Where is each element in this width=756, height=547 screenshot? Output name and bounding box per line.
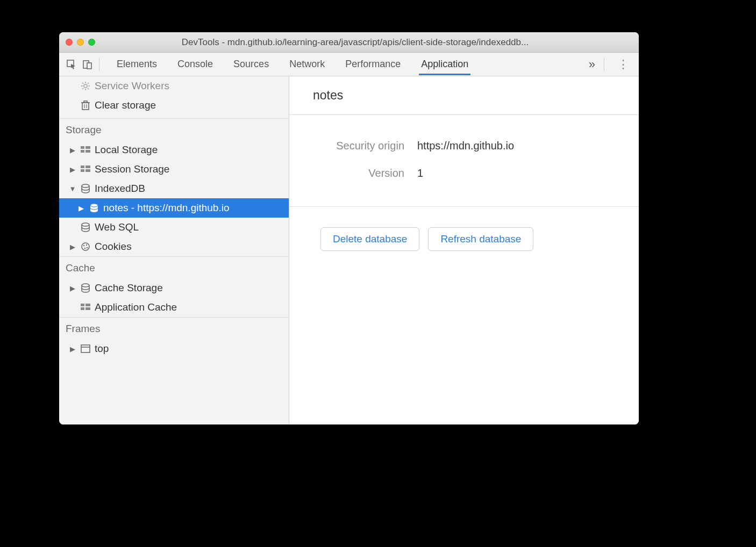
sidebar-item-cookies[interactable]: ▶ Cookies	[59, 237, 289, 256]
sidebar-item-web-sql[interactable]: ▶ Web SQL	[59, 218, 289, 237]
trash-icon	[80, 100, 91, 111]
tab-console[interactable]: Console	[175, 53, 215, 75]
detail-properties: Security origin https://mdn.github.io Ve…	[289, 115, 639, 207]
device-toolbar-icon[interactable]	[81, 57, 95, 71]
sidebar-item-label: top	[95, 343, 109, 355]
window-title: DevTools - mdn.github.io/learning-area/j…	[78, 37, 632, 48]
svg-rect-17	[81, 146, 84, 149]
chevron-right-icon: ▶	[69, 243, 76, 251]
property-key: Version	[302, 167, 404, 179]
chevron-right-icon: ▶	[69, 146, 76, 154]
more-menu-icon[interactable]: ⋮	[613, 57, 633, 71]
chevron-right-icon: ▶	[69, 345, 76, 353]
svg-rect-23	[81, 169, 84, 172]
svg-line-11	[82, 88, 83, 89]
svg-rect-2	[87, 63, 91, 69]
svg-point-25	[82, 184, 89, 188]
chevron-down-icon: ▼	[69, 185, 76, 193]
svg-rect-19	[81, 150, 84, 153]
sidebar-item-service-workers[interactable]: ▶ Service Workers	[59, 76, 289, 96]
database-icon	[80, 283, 91, 293]
svg-rect-24	[85, 169, 90, 172]
svg-rect-18	[85, 146, 90, 149]
svg-rect-20	[85, 150, 90, 153]
svg-rect-36	[85, 304, 90, 306]
svg-rect-21	[81, 165, 84, 168]
svg-point-3	[84, 84, 87, 88]
sidebar-item-label: Web SQL	[95, 221, 139, 233]
application-sidebar: ▶ Service Workers ▶ Clear storage Storag…	[59, 76, 289, 424]
cookie-icon	[80, 242, 91, 251]
svg-rect-37	[81, 307, 84, 310]
chevron-right-icon: ▶	[69, 284, 76, 292]
property-row-security-origin: Security origin https://mdn.github.io	[302, 132, 626, 160]
main-area: ▶ Service Workers ▶ Clear storage Storag…	[59, 76, 639, 424]
property-value: https://mdn.github.io	[417, 140, 514, 152]
sidebar-item-cache-storage[interactable]: ▶ Cache Storage	[59, 278, 289, 298]
svg-point-30	[83, 245, 84, 246]
detail-title: notes	[289, 76, 639, 115]
database-icon	[80, 184, 91, 193]
svg-rect-38	[85, 307, 90, 310]
sidebar-item-indexeddb[interactable]: ▼ IndexedDB	[59, 179, 289, 198]
grid-icon	[80, 304, 91, 311]
sidebar-item-label: Service Workers	[95, 80, 169, 92]
toolbar-separator	[604, 58, 604, 71]
inspect-element-icon[interactable]	[65, 57, 79, 71]
tab-performance[interactable]: Performance	[343, 53, 403, 75]
database-icon	[80, 222, 91, 232]
tab-elements[interactable]: Elements	[115, 53, 159, 75]
tabs-overflow-icon[interactable]: »	[584, 57, 600, 71]
chevron-right-icon: ▶	[69, 165, 76, 174]
frame-icon	[80, 344, 91, 353]
database-icon	[88, 203, 100, 213]
sidebar-item-application-cache[interactable]: ▶ Application Cache	[59, 298, 289, 317]
section-header-frames: Frames	[59, 317, 289, 339]
sidebar-item-clear-storage[interactable]: ▶ Clear storage	[59, 96, 289, 115]
sidebar-item-session-storage[interactable]: ▶ Session Storage	[59, 160, 289, 179]
devtools-window: DevTools - mdn.github.io/learning-area/j…	[59, 32, 639, 424]
svg-rect-22	[85, 165, 90, 168]
svg-point-34	[82, 284, 89, 287]
refresh-database-button[interactable]: Refresh database	[428, 227, 533, 251]
svg-point-32	[84, 248, 85, 249]
tab-network[interactable]: Network	[287, 53, 327, 75]
section-header-cache: Cache	[59, 256, 289, 278]
devtools-tabs: Elements Console Sources Network Perform…	[108, 53, 582, 75]
sidebar-item-label: notes - https://mdn.github.io	[103, 202, 229, 214]
detail-actions: Delete database Refresh database	[289, 207, 639, 271]
section-header-storage: Storage	[59, 118, 289, 140]
tab-sources[interactable]: Sources	[231, 53, 271, 75]
svg-point-29	[82, 243, 89, 250]
grid-icon	[80, 146, 91, 154]
property-key: Security origin	[302, 140, 404, 152]
sidebar-item-label: Cache Storage	[95, 282, 163, 294]
property-value: 1	[417, 167, 423, 179]
chevron-right-icon: ▶	[77, 204, 85, 212]
svg-line-9	[88, 88, 89, 89]
svg-line-10	[88, 83, 89, 84]
sidebar-item-indexeddb-notes[interactable]: ▶ notes - https://mdn.github.io	[59, 198, 289, 218]
sidebar-item-local-storage[interactable]: ▶ Local Storage	[59, 140, 289, 160]
window-titlebar: DevTools - mdn.github.io/learning-area/j…	[59, 32, 639, 53]
sidebar-item-label: Session Storage	[95, 163, 169, 175]
delete-database-button[interactable]: Delete database	[320, 227, 419, 251]
svg-point-28	[82, 223, 89, 226]
svg-point-31	[86, 244, 87, 246]
sidebar-item-label: IndexedDB	[95, 183, 145, 195]
detail-panel: notes Security origin https://mdn.github…	[289, 76, 639, 424]
close-window-button[interactable]	[66, 39, 73, 46]
svg-rect-14	[84, 101, 87, 103]
property-row-version: Version 1	[302, 160, 626, 187]
gear-icon	[80, 81, 91, 91]
tab-application[interactable]: Application	[419, 53, 470, 75]
grid-icon	[80, 165, 91, 173]
sidebar-item-frames-top[interactable]: ▶ top	[59, 339, 289, 358]
application-section: ▶ Service Workers ▶ Clear storage	[59, 76, 289, 118]
sidebar-item-label: Local Storage	[95, 144, 158, 156]
svg-point-33	[87, 247, 88, 248]
svg-line-8	[82, 83, 83, 84]
sidebar-item-label: Application Cache	[95, 301, 177, 313]
svg-rect-39	[81, 345, 90, 352]
svg-rect-35	[81, 304, 84, 306]
